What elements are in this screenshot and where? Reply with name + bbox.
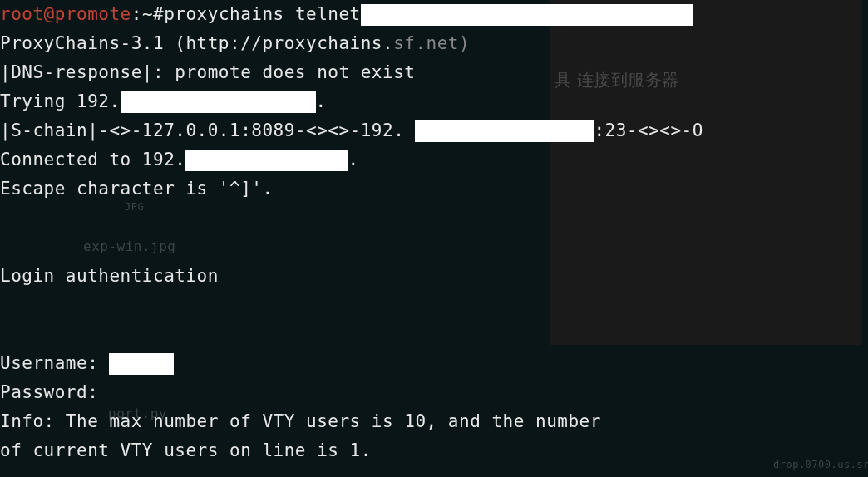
output-text: ProxyChains-3.1 (http://proxychains. <box>0 29 393 58</box>
prompt-line[interactable]: root@promote:~# proxychains telnet <box>0 0 868 29</box>
output-line-9[interactable]: Password: <box>0 378 868 407</box>
prompt-user: root <box>0 0 44 29</box>
output-line-11: of current VTY users on line is 1. <box>0 436 868 465</box>
prompt-sep: :~# <box>131 0 164 29</box>
output-text: :23-<><>-O <box>594 116 703 145</box>
redacted-block-1 <box>361 4 693 26</box>
output-line-1: ProxyChains-3.1 (http://proxychains.sf.n… <box>0 29 868 58</box>
output-text: |S-chain|-<>-127.0.0.1:8089-<><>-192. <box>0 116 404 145</box>
username-label: Username: <box>0 349 98 378</box>
redacted-block-5 <box>109 353 174 375</box>
command-text: proxychains telnet <box>164 0 361 29</box>
prompt-host: promote <box>55 0 131 29</box>
output-text: |DNS-response|: promote does not exist <box>0 58 415 87</box>
output-text: of current VTY users on line is 1. <box>0 436 372 465</box>
redacted-block-3 <box>415 120 594 142</box>
output-line-10: Info: The max number of VTY users is 10,… <box>0 407 868 436</box>
prompt-at: @ <box>44 0 55 29</box>
output-text: Trying 192. <box>0 87 121 116</box>
terminal-output[interactable]: root@promote:~# proxychains telnet Proxy… <box>0 0 868 465</box>
password-label: Password: <box>0 378 98 407</box>
output-text: Login authentication <box>0 262 219 291</box>
output-line-7: Login authentication <box>0 262 868 291</box>
output-line-3: Trying 192.. <box>0 87 868 116</box>
output-line-4: |S-chain|-<>-127.0.0.1:8089-<><>-192. :2… <box>0 116 868 145</box>
output-text: Connected to 192. <box>0 145 185 175</box>
output-line-2: |DNS-response|: promote does not exist <box>0 58 868 87</box>
output-text: Info: The max number of VTY users is 10,… <box>0 407 601 436</box>
output-text-dim: sf.net) <box>393 29 470 58</box>
output-text: Escape character is '^]'. <box>0 175 274 204</box>
redacted-block-2 <box>121 91 316 113</box>
output-line-8[interactable]: Username: <box>0 349 868 378</box>
redacted-block-4 <box>185 150 348 171</box>
output-text: . <box>316 87 327 116</box>
output-line-6: Escape character is '^]'. <box>0 175 868 204</box>
output-text: . <box>348 145 358 175</box>
output-line-5: Connected to 192.. <box>0 145 868 175</box>
